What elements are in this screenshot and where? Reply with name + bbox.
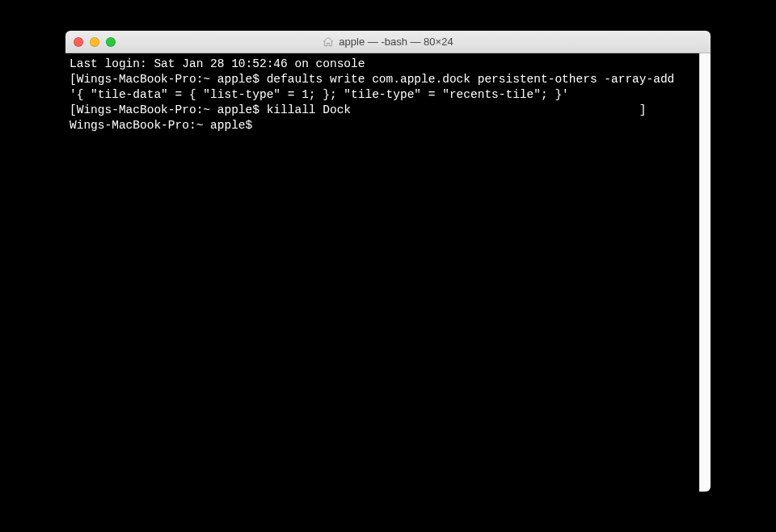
terminal-body: Last login: Sat Jan 28 10:52:46 on conso… — [65, 53, 711, 492]
window-controls — [65, 37, 116, 47]
terminal-line: Last login: Sat Jan 28 10:52:46 on conso… — [70, 57, 695, 72]
maximize-button[interactable] — [106, 37, 116, 47]
terminal-window: apple — -bash — 80×24 Last login: Sat Ja… — [65, 31, 711, 492]
home-icon — [323, 36, 334, 48]
terminal-line: [Wings-MacBook-Pro:~ apple$ killall Dock… — [70, 103, 695, 118]
window-title: apple — -bash — 80×24 — [339, 36, 453, 48]
title-container: apple — -bash — 80×24 — [65, 36, 711, 48]
close-button[interactable] — [74, 37, 83, 47]
minimize-button[interactable] — [90, 37, 99, 47]
titlebar[interactable]: apple — -bash — 80×24 — [65, 31, 711, 53]
terminal-line: [Wings-MacBook-Pro:~ apple$ defaults wri… — [70, 72, 695, 103]
terminal-output[interactable]: Last login: Sat Jan 28 10:52:46 on conso… — [65, 53, 699, 492]
scrollbar[interactable] — [699, 53, 711, 492]
terminal-prompt[interactable]: Wings-MacBook-Pro:~ apple$ — [70, 118, 695, 133]
